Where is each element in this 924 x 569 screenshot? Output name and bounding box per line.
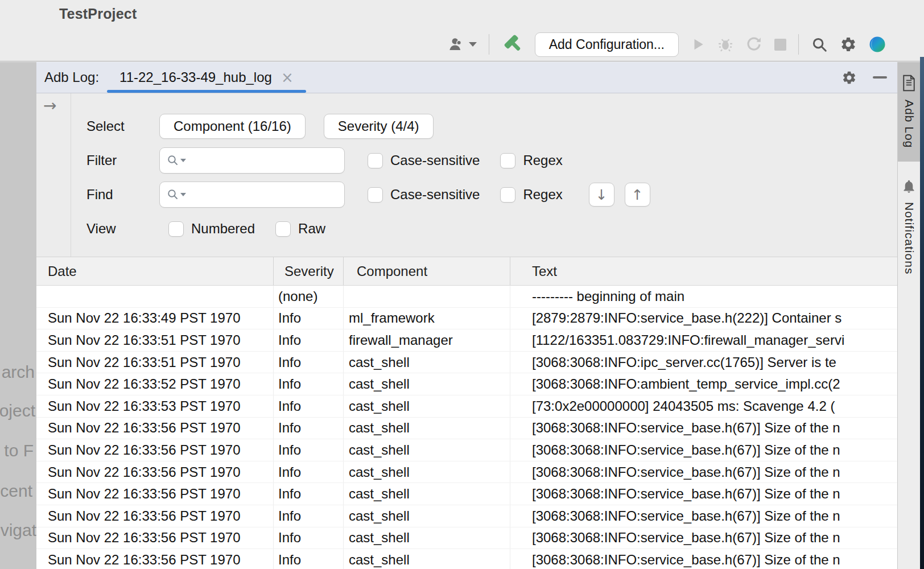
- select-label: Select: [86, 118, 159, 134]
- cell-component: ml_framework: [344, 308, 510, 329]
- toolbar-separator: [798, 34, 799, 55]
- gradient-sphere-icon: [869, 36, 886, 53]
- cell-date: Sun Nov 22 16:33:49 PST 1970: [36, 308, 274, 329]
- find-label: Find: [86, 187, 159, 203]
- raw-checkbox[interactable]: [275, 221, 291, 237]
- numbered-checkbox[interactable]: [168, 221, 184, 237]
- tool-tab-adb-log[interactable]: Adb Log: [898, 62, 920, 162]
- log-file-tab-label: 11-22_16-33-49_hub_log: [119, 69, 272, 85]
- table-row[interactable]: Sun Nov 22 16:33:56 PST 1970Infocast_she…: [36, 461, 897, 484]
- ide-gradient-sphere-button[interactable]: [869, 36, 886, 53]
- filter-regex-checkbox[interactable]: [500, 153, 515, 168]
- table-row[interactable]: Sun Nov 22 16:33:53 PST 1970Infocast_she…: [36, 395, 897, 418]
- find-search-field[interactable]: [159, 182, 345, 208]
- raw-label: Raw: [298, 221, 325, 237]
- table-row[interactable]: Sun Nov 22 16:33:56 PST 1970Infocast_she…: [36, 549, 897, 569]
- panel-gear-icon: [842, 70, 857, 85]
- right-tool-window-bar: Adb Log Notifications: [897, 62, 920, 569]
- minimize-panel-button[interactable]: [873, 76, 887, 79]
- filter-search-field[interactable]: [159, 147, 345, 174]
- build-hammer-button[interactable]: [501, 34, 523, 55]
- cell-component: cast_shell: [344, 439, 510, 461]
- cell-component: cast_shell: [344, 373, 510, 395]
- column-header-date[interactable]: Date: [36, 257, 274, 285]
- table-row[interactable]: Sun Nov 22 16:33:51 PST 1970Infofirewall…: [36, 329, 897, 352]
- table-row[interactable]: Sun Nov 22 16:33:56 PST 1970Infocast_she…: [36, 439, 897, 461]
- find-next-button[interactable]: ↓: [589, 183, 614, 207]
- table-row[interactable]: Sun Nov 22 16:33:51 PST 1970Infocast_she…: [36, 352, 897, 374]
- table-row[interactable]: Sun Nov 22 16:33:56 PST 1970Infocast_she…: [36, 505, 897, 527]
- add-configuration-button[interactable]: Add Configuration...: [535, 32, 679, 57]
- find-regex-checkbox[interactable]: [500, 187, 515, 203]
- panel-settings-button[interactable]: [842, 70, 857, 85]
- table-row[interactable]: Sun Nov 22 16:33:49 PST 1970Infoml_frame…: [36, 308, 897, 330]
- chevron-down-icon: [469, 42, 477, 47]
- filter-case-sensitive-label: Case-sensitive: [390, 152, 480, 168]
- bell-icon: [901, 179, 917, 194]
- log-table: Date Severity Component Text (none)-----…: [36, 257, 897, 569]
- filter-input[interactable]: [189, 148, 353, 173]
- find-input[interactable]: [189, 182, 353, 207]
- find-case-sensitive-checkbox[interactable]: [368, 187, 383, 203]
- table-row[interactable]: (none)--------- beginning of main: [36, 286, 897, 308]
- cell-component: cast_shell: [344, 483, 510, 505]
- debug-button[interactable]: [717, 36, 733, 52]
- tool-tab-notifications[interactable]: Notifications: [898, 179, 920, 274]
- background-text-fragment: arch: [2, 362, 35, 382]
- filter-case-sensitive-checkbox[interactable]: [368, 153, 383, 168]
- user-account-button[interactable]: [447, 36, 477, 53]
- cell-component: firewall_manager: [344, 329, 510, 351]
- cell-date: Sun Nov 22 16:33:56 PST 1970: [36, 461, 274, 483]
- background-text-fragment: to F: [4, 441, 34, 460]
- user-icon: [447, 36, 465, 53]
- table-row[interactable]: Sun Nov 22 16:33:56 PST 1970Infocast_she…: [36, 527, 897, 550]
- cell-date: Sun Nov 22 16:33:51 PST 1970: [36, 329, 274, 351]
- search-history-chevron-icon: [180, 159, 186, 162]
- view-row: View Numbered Raw: [71, 216, 897, 241]
- cell-component: cast_shell: [344, 461, 510, 483]
- search-magnifier-icon[interactable]: [167, 188, 186, 201]
- cell-text: [3068:3068:INFO:ambient_temp_service_imp…: [510, 373, 897, 395]
- cell-text: [3068:3068:INFO:service_base.h(67)] Size…: [510, 549, 897, 569]
- debug-bug-icon: [717, 36, 733, 52]
- active-tab-underline: [107, 90, 306, 93]
- view-label: View: [86, 221, 159, 237]
- log-table-body: (none)--------- beginning of mainSun Nov…: [36, 286, 897, 569]
- cell-date: Sun Nov 22 16:33:51 PST 1970: [36, 352, 274, 373]
- cell-severity: Info: [274, 527, 344, 549]
- stop-button[interactable]: [774, 39, 786, 51]
- hide-sidebar-arrow-icon[interactable]: →: [43, 98, 56, 114]
- column-header-text[interactable]: Text: [510, 257, 897, 285]
- cell-text: [1122/163351.083729:INFO:firewall_manage…: [510, 329, 897, 351]
- profiler-button[interactable]: [745, 36, 762, 53]
- adb-log-panel: Adb Log: 11-22_16-33-49_hub_log × →: [36, 62, 897, 569]
- adb-log-panel-header: Adb Log: 11-22_16-33-49_hub_log ×: [36, 62, 897, 93]
- cell-date: Sun Nov 22 16:33:56 PST 1970: [36, 483, 274, 505]
- cell-date: Sun Nov 22 16:33:56 PST 1970: [36, 418, 274, 439]
- table-row[interactable]: Sun Nov 22 16:33:56 PST 1970Infocast_she…: [36, 418, 897, 440]
- profiler-icon: [745, 36, 762, 53]
- find-previous-button[interactable]: ↑: [625, 183, 650, 207]
- stop-square-icon: [774, 39, 786, 51]
- minimize-icon: [873, 76, 887, 79]
- table-row[interactable]: Sun Nov 22 16:33:52 PST 1970Infocast_she…: [36, 373, 897, 395]
- search-magnifier-icon[interactable]: [167, 154, 186, 167]
- cell-text: [73:0x2e00000000] 24043505 ms: Scavenge …: [510, 395, 897, 417]
- main-toolbar: Add Configuration...: [447, 30, 886, 59]
- cell-text: [3068:3068:INFO:service_base.h(67)] Size…: [510, 418, 897, 439]
- cell-component: cast_shell: [344, 418, 510, 439]
- titlebar: TestProject Add Configuration...: [0, 0, 920, 61]
- column-header-severity[interactable]: Severity: [274, 257, 344, 285]
- log-file-tab[interactable]: 11-22_16-33-49_hub_log ×: [107, 62, 306, 93]
- table-row[interactable]: Sun Nov 22 16:33:56 PST 1970Infocast_she…: [36, 483, 897, 505]
- ide-settings-button[interactable]: [840, 36, 857, 53]
- filter-area: → Select Component (16/16) Severity (4/4…: [36, 93, 897, 257]
- tool-tab-label: Adb Log: [902, 100, 916, 148]
- column-header-component[interactable]: Component: [344, 257, 510, 285]
- search-everywhere-button[interactable]: [811, 36, 828, 53]
- close-icon[interactable]: ×: [281, 70, 294, 85]
- severity-filter-button[interactable]: Severity (4/4): [324, 114, 434, 139]
- run-button[interactable]: [691, 36, 706, 52]
- component-filter-button[interactable]: Component (16/16): [159, 114, 306, 139]
- cell-severity: Info: [274, 329, 344, 351]
